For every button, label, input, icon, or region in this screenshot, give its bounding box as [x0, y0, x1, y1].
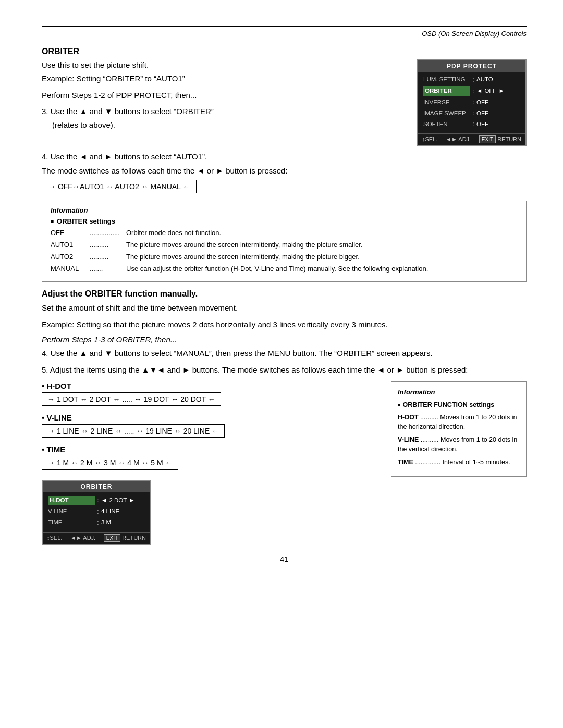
osd-row-imagesweep: IMAGE SWEEP : OFF — [423, 108, 520, 118]
page: OSD (On Screen Display) Controls ORBITER… — [0, 0, 563, 595]
osd-orbiter-footer-sel: ↕SEL. — [47, 535, 62, 541]
adjust-italic: Perform Steps 1-3 of ORBITER, then... — [42, 335, 527, 344]
osd-soften-colon: : — [470, 119, 476, 129]
info-right-time-desc: Interval of 1~5 minutes. — [442, 459, 510, 466]
hdot-sequence: → 1 DOT ↔ 2 DOT ↔ ..... ↔ 19 DOT ↔ 20 DO… — [42, 392, 221, 406]
info-right-hdot: H-DOT .......... Moves from 1 to 20 dots… — [398, 413, 520, 431]
orbiter-step3b: (relates to above). — [52, 119, 401, 131]
osd-orbiter-hdot-value: ◄ 2 DOT ► — [101, 496, 135, 505]
info-val-auto2: The picture moves around the screen inte… — [126, 252, 360, 262]
osd-inverse-label: INVERSE — [423, 98, 470, 107]
hdot-left-arrow: ◄ — [101, 496, 107, 505]
osd-orbiter-exit-label: EXIT — [104, 534, 120, 542]
adjust-step4: 4. Use the ▲ and ▼ buttons to select “MA… — [42, 347, 527, 360]
vline-item: • V-LINE → 1 LINE ↔ 2 LINE ↔ ..... ↔ 19 … — [42, 413, 381, 441]
osd-row-orbiter: ORBITER : ◄ OFF ► — [423, 86, 520, 96]
info-key-auto1: AUTO1 — [51, 240, 90, 250]
osd-footer-return: RETURN — [497, 136, 521, 142]
orbiter-func-title: ORBITER FUNCTION settings — [398, 400, 520, 410]
osd-orbiter-value: ◄ OFF ► — [476, 87, 505, 95]
osd-orbiter-vline-colon: : — [95, 507, 101, 516]
osd-lum-label: LUM. SETTING — [423, 75, 470, 84]
osd-row-inverse: INVERSE : OFF — [423, 97, 520, 107]
orbiter-intro1: Use this to set the picture shift. — [42, 59, 401, 71]
osd-soften-value: OFF — [476, 120, 488, 129]
osd-imagesweep-label: IMAGE SWEEP — [423, 109, 470, 118]
osd-orbiter-footer: ↕SEL. ◄► ADJ. EXIT RETURN — [43, 532, 150, 544]
time-sequence: → 1 M ↔ 2 M ↔ 3 M ↔ 4 M ↔ 5 M ← — [42, 456, 178, 470]
orbiter-main-content: Use this to set the picture shift. Examp… — [42, 59, 527, 146]
orbiter-title: ORBITER — [42, 47, 527, 56]
hdot-label: • H-DOT — [42, 381, 381, 390]
time-item: • TIME → 1 M ↔ 2 M ↔ 3 M ↔ 4 M ↔ 5 M ← — [42, 445, 381, 473]
info-label: Information — [51, 206, 518, 214]
osd-orbiter-hdot-label: H-DOT — [48, 496, 95, 505]
osd-orbiter-left-arrow: ◄ — [476, 87, 482, 95]
osd-orbiter-label: ORBITER — [423, 86, 470, 96]
osd-orbiter-val: OFF — [484, 87, 496, 95]
osd-orbiter-footer-return: RETURN — [122, 535, 146, 541]
time-label: • TIME — [42, 445, 381, 454]
info-key-auto2: AUTO2 — [51, 252, 90, 262]
info-box-right: Information ORBITER FUNCTION settings H-… — [391, 381, 527, 545]
step4-section: 4. Use the ◄ and ► buttons to select “AU… — [42, 151, 527, 193]
osd-orbiter-time-colon: : — [95, 518, 101, 527]
vline-label: • V-LINE — [42, 413, 381, 422]
orbiter-step3: 3. Use the ▲ and ▼ buttons to select “OR… — [42, 106, 401, 117]
info-right-time-dots: .............. — [415, 459, 442, 466]
info-row-off: OFF ................ Orbiter mode does n… — [51, 228, 518, 238]
osd-orbiter-header: ORBITER — [43, 481, 150, 492]
osd-inverse-colon: : — [470, 97, 476, 107]
hdot-val: 2 DOT — [109, 496, 127, 505]
info-val-manual: Use can adjust the orbiter function (H-D… — [126, 264, 428, 274]
info-key-manual: MANUAL — [51, 264, 90, 274]
osd-orbiter-time-label: TIME — [48, 518, 95, 527]
info-right-hdot-key: H-DOT — [398, 414, 419, 421]
orbiter-text-col: Use this to set the picture shift. Examp… — [42, 59, 401, 146]
info-right-vline: V-LINE .......... Moves from 1 to 20 dot… — [398, 435, 520, 454]
step4-line1: 4. Use the ◄ and ► buttons to select “AU… — [42, 151, 527, 163]
info-right-time-key: TIME — [398, 459, 413, 466]
step4-line2: The mode switches as follows each time t… — [42, 165, 527, 177]
osd-orbiter-time-row: TIME : 3 M — [48, 518, 145, 527]
info-right-label: Information — [398, 387, 520, 398]
hdot-item: • H-DOT → 1 DOT ↔ 2 DOT ↔ ..... ↔ 19 DOT… — [42, 381, 381, 409]
osd-orbiter-body: H-DOT : ◄ 2 DOT ► V-LINE : 4 LINE — [43, 492, 150, 532]
orbiter-settings-title: ORBITER settings — [51, 217, 518, 225]
osd-imagesweep-value: OFF — [476, 109, 488, 118]
adjust-para1: Set the amount of shift and the time bet… — [42, 302, 527, 314]
info-right-vline-dots: .......... — [421, 436, 440, 443]
info-row-auto2: AUTO2 .......... The picture moves aroun… — [51, 252, 518, 262]
osd-orbiter-hdot-row: H-DOT : ◄ 2 DOT ► — [48, 496, 145, 505]
osd-orbiter-colon: : — [470, 87, 476, 96]
info-dots-off: ................ — [90, 228, 126, 238]
page-header: OSD (On Screen Display) Controls — [42, 30, 527, 38]
info-val-auto1: The picture moves around the screen inte… — [126, 240, 363, 250]
osd-lum-colon: : — [470, 75, 476, 84]
adjust-title: Adjust the ORBITER function manually. — [42, 289, 527, 299]
orbiter-intro2: Example: Setting “ORBITER” to “AUTO1” — [42, 73, 401, 84]
osd-footer-sel: ↕SEL. — [422, 136, 437, 142]
osd-footer-adj: ◄► ADJ. — [446, 136, 471, 142]
bullet-left: • H-DOT → 1 DOT ↔ 2 DOT ↔ ..... ↔ 19 DOT… — [42, 381, 381, 545]
mode-box: → OFF↔AUTO1 ↔ AUTO2 ↔ MANUAL ← — [42, 180, 197, 193]
mode-switches: → OFF↔AUTO1 ↔ AUTO2 ↔ MANUAL ← — [42, 180, 527, 193]
osd-exit-label: EXIT — [479, 135, 496, 143]
osd-orbiter-vline-value: 4 LINE — [101, 507, 119, 516]
info-right-time: TIME .............. Interval of 1~5 minu… — [398, 458, 520, 467]
osd-orbiter-footer-adj: ◄► ADJ. — [70, 535, 95, 541]
adjust-step5: 5. Adjust the items using the ▲▼◄ and ► … — [42, 364, 527, 376]
osd-protect-panel: PDP PROTECT LUM. SETTING : AUTO ORBITER … — [417, 59, 527, 146]
info-row-manual: MANUAL ....... Use can adjust the orbite… — [51, 264, 518, 274]
osd-row-soften: SOFTEN : OFF — [423, 119, 520, 129]
osd-orbiter-hdot-colon: : — [95, 496, 101, 505]
info-box-right-content: Information ORBITER FUNCTION settings H-… — [391, 381, 527, 477]
osd-orbiter-vline-label: V-LINE — [48, 507, 95, 516]
osd-soften-label: SOFTEN — [423, 120, 470, 129]
osd-protect-header: PDP PROTECT — [418, 60, 525, 72]
osd-protect-footer: ↕SEL. ◄► ADJ. EXIT RETURN — [418, 133, 525, 145]
top-rule — [42, 26, 527, 27]
bullet-two-col: • H-DOT → 1 DOT ↔ 2 DOT ↔ ..... ↔ 19 DOT… — [42, 381, 527, 545]
page-number: 41 — [42, 555, 527, 563]
info-row-auto1: AUTO1 .......... The picture moves aroun… — [51, 240, 518, 250]
